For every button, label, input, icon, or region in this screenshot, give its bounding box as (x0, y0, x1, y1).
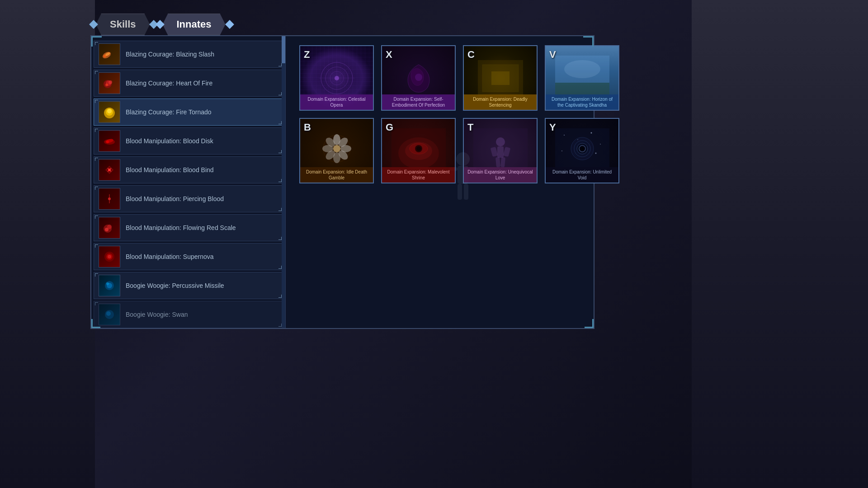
skill-item-blazing-slash[interactable]: Blazing Courage: Blazing Slash (94, 41, 283, 68)
svg-point-78 (581, 147, 584, 150)
skill-name-heart-of-fire: Blazing Courage: Heart Of Fire (126, 80, 212, 87)
domain-key-y: Y (549, 122, 556, 133)
domain-label-deadly: Domain Expansion: Deadly Sentencing (464, 94, 537, 110)
skill-list: Blazing Courage: Blazing Slash Blazing C… (91, 36, 286, 328)
svg-point-71 (600, 144, 601, 145)
main-panel: Blazing Courage: Blazing Slash Blazing C… (90, 35, 594, 329)
svg-point-6 (105, 84, 108, 86)
svg-point-37 (415, 74, 422, 81)
svg-rect-40 (491, 71, 509, 85)
domain-card-malevolent-shrine[interactable]: G Domain Expansion: Malevolent Shrine (381, 118, 456, 183)
skill-name-blood-disk: Blood Manipulation: Blood Disk (126, 137, 213, 145)
domain-label-captivating: Domain Expansion: Horizon of the Captiva… (546, 94, 618, 110)
skill-item-flowing-red-scale[interactable]: Blood Manipulation: Flowing Red Scale (94, 214, 283, 241)
svg-line-35 (323, 66, 350, 91)
skill-name-piercing-blood: Blood Manipulation: Piercing Blood (126, 195, 224, 202)
skill-item-heart-of-fire[interactable]: Blazing Courage: Heart Of Fire (94, 70, 283, 97)
domain-card-self-embodiment[interactable]: X Domain Expansion: Self-Embodiment Of P… (381, 45, 456, 111)
domain-key-g: G (386, 122, 393, 133)
tab-left-diamond-skills (89, 20, 98, 29)
domain-label-void: Domain Expansion: Unlimited Void (546, 167, 618, 183)
svg-point-69 (590, 132, 592, 133)
svg-point-31 (330, 71, 344, 85)
panel-corner-bl (91, 319, 100, 328)
domain-card-idle-death-gamble[interactable]: B Domain Expansion: Idle Death Gamble (299, 118, 374, 183)
skill-item-fire-tornado[interactable]: Blazing Courage: Fire Tornado (94, 99, 283, 126)
skill-icon-flowing-red-scale (99, 217, 120, 239)
skill-item-blood-disk[interactable]: Blood Manipulation: Blood Disk (94, 127, 283, 155)
svg-rect-62 (497, 146, 504, 158)
tab-skills[interactable]: Skills (96, 14, 150, 35)
skill-name-fire-tornado: Blazing Courage: Fire Tornado (126, 108, 212, 116)
svg-rect-84 (464, 184, 468, 200)
svg-rect-66 (500, 157, 505, 167)
domain-key-z: Z (304, 49, 310, 61)
svg-point-26 (106, 282, 109, 285)
domain-key-b: B (304, 122, 311, 133)
skill-icon-piercing-blood (99, 188, 120, 210)
svg-point-29 (321, 62, 353, 94)
scrollbar[interactable] (282, 36, 285, 328)
skill-name-flowing-red-scale: Blood Manipulation: Flowing Red Scale (126, 224, 236, 231)
skill-name-swan: Boogie Woogie: Swan (126, 311, 188, 318)
skill-icon-supernova (99, 246, 120, 267)
domain-row-2: B Domain Expansion: Idle Death Gamble (299, 118, 619, 183)
skill-item-percussive-missile[interactable]: Boogie Woogie: Percussive Missile (94, 272, 283, 299)
domain-label-love: Domain Expansion: Unequivocal Love (464, 167, 537, 183)
skill-name-blood-bind: Blood Manipulation: Blood Bind (126, 166, 214, 174)
domain-card-captivating[interactable]: V Domain Expansion: Horizon of the Capti… (545, 45, 619, 111)
domain-label-embodiment: Domain Expansion: Self-Embodiment Of Per… (382, 94, 455, 110)
svg-point-2 (104, 55, 106, 57)
tab-innates[interactable]: Innates (162, 14, 225, 35)
domain-label-celestial: Domain Expansion: Celestial Opera (300, 94, 373, 110)
skill-icon-blood-bind (99, 159, 120, 181)
skill-name-percussive-missile: Boogie Woogie: Percussive Missile (126, 282, 224, 289)
tab-bar: Skills Innates (90, 14, 594, 35)
svg-point-73 (595, 152, 596, 154)
domain-area: Z Domain Expansion: Celestial Opera (286, 36, 633, 328)
tab-right-diamond-innates (225, 20, 234, 29)
skill-item-piercing-blood[interactable]: Blood Manipulation: Piercing Blood (94, 185, 283, 212)
svg-point-30 (326, 67, 348, 89)
svg-point-72 (561, 150, 562, 151)
domain-card-unequivocal-love[interactable]: T Domain Expansion: Unequivocal Love (463, 118, 538, 183)
skill-item-supernova[interactable]: Blood Manipulation: Supernova (94, 243, 283, 270)
svg-rect-65 (495, 157, 500, 167)
domain-card-celestial-opera[interactable]: Z Domain Expansion: Celestial Opera (299, 45, 374, 111)
svg-point-36 (335, 76, 339, 80)
svg-rect-83 (458, 184, 462, 200)
bg-right-panel (692, 0, 868, 488)
bg-left-panel (0, 0, 95, 488)
svg-point-59 (416, 146, 421, 151)
svg-point-61 (496, 137, 505, 146)
tab-skills-label: Skills (110, 19, 136, 30)
skill-item-blood-bind[interactable]: Blood Manipulation: Blood Bind (94, 156, 283, 183)
svg-line-34 (323, 66, 350, 91)
svg-point-53 (333, 145, 340, 152)
svg-point-12 (106, 141, 109, 143)
skill-icon-blazing-slash (99, 43, 120, 65)
skill-name-blazing-slash: Blazing Courage: Blazing Slash (126, 51, 214, 58)
domain-label-malevolent: Domain Expansion: Malevolent Shrine (382, 167, 455, 183)
skill-icon-percussive-missile (99, 275, 120, 296)
domain-key-t: T (467, 122, 473, 133)
panel-corner-br (585, 319, 594, 328)
svg-point-5 (108, 80, 112, 84)
tab-left-diamond-innates (156, 20, 165, 29)
svg-point-43 (564, 60, 600, 78)
skill-icon-blood-disk (99, 130, 120, 152)
svg-point-9 (107, 109, 112, 113)
scrollbar-thumb[interactable] (282, 36, 285, 63)
domain-card-unlimited-void[interactable]: Y Domain Expansion: Unlimited Void (545, 118, 619, 183)
skill-item-swan[interactable]: Boogie Woogie: Swan (94, 301, 283, 328)
svg-point-23 (108, 255, 111, 258)
skill-name-supernova: Blood Manipulation: Supernova (126, 253, 214, 260)
main-container: Skills Innates Blazing Co (90, 14, 594, 357)
svg-point-68 (564, 135, 565, 136)
svg-point-28 (106, 311, 111, 316)
svg-point-20 (105, 228, 108, 231)
skill-icon-fire-tornado (99, 101, 120, 123)
domain-card-deadly-sentencing[interactable]: C Domain Expansion: Deadly Sentencing (463, 45, 538, 111)
domain-key-x: X (386, 49, 392, 61)
domain-key-c: C (467, 49, 475, 61)
